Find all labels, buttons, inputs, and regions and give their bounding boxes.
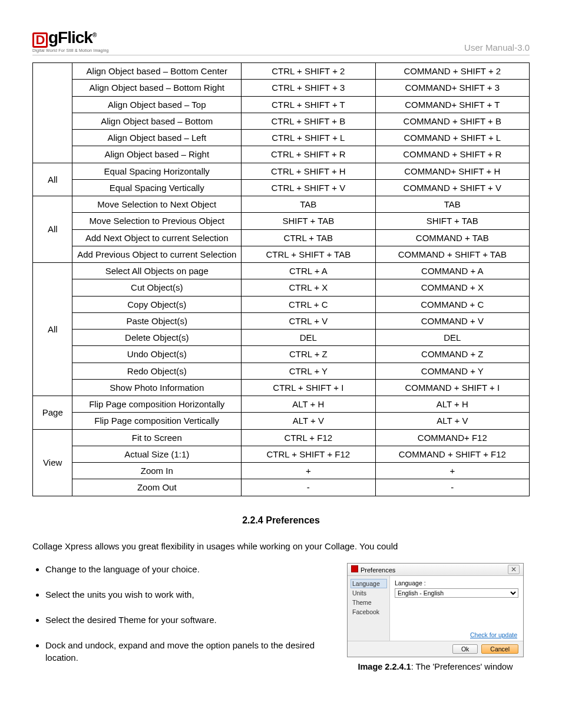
table-row: Align Object based – Bottom RightCTRL + …: [33, 80, 530, 96]
sidebar-item-facebook[interactable]: Facebook: [352, 608, 389, 615]
sidebar-item-theme[interactable]: Theme: [352, 599, 389, 606]
mac-shortcut-cell: COMMAND + SHIFT + TAB: [375, 246, 529, 262]
table-row: Undo Object(s)CTRL + ZCOMMAND + Z: [33, 346, 530, 363]
logo-text: gFlick: [48, 28, 92, 47]
mac-shortcut-cell: COMMAND + SHIFT + 2: [375, 63, 529, 80]
page-header: DgFlick® Digital World For Still & Motio…: [32, 29, 530, 55]
table-row: Move Selection to Previous ObjectSHIFT +…: [33, 213, 530, 229]
mac-shortcut-cell: COMMAND + SHIFT + F12: [375, 446, 529, 462]
windows-shortcut-cell: ALT + H: [242, 396, 376, 413]
mac-shortcut-cell: +: [375, 463, 529, 479]
mac-shortcut-cell: COMMAND + TAB: [375, 229, 529, 246]
table-row: Zoom In++: [33, 463, 530, 479]
ok-button[interactable]: Ok: [452, 644, 478, 654]
manual-version-label: User Manual-3.0: [464, 42, 530, 52]
table-row: AllSelect All Objects on pageCTRL + ACOM…: [33, 263, 530, 279]
action-cell: Redo Object(s): [72, 363, 242, 379]
action-cell: Flip Page composition Vertically: [72, 413, 242, 429]
logo-tagline: Digital World For Still & Motion Imaging: [32, 48, 109, 52]
table-row: Add Previous Object to current Selection…: [33, 246, 530, 262]
list-item: Change to the language of your choice.: [45, 563, 323, 575]
action-cell: Add Previous Object to current Selection: [72, 246, 242, 262]
check-for-update-link[interactable]: Check for update: [470, 631, 517, 638]
action-cell: Cut Object(s): [72, 279, 242, 296]
sidebar-item-language[interactable]: Language: [351, 579, 387, 588]
table-row: Align Object based – BottomCTRL + SHIFT …: [33, 113, 530, 129]
action-cell: Copy Object(s): [72, 296, 242, 312]
table-row: Delete Object(s)DELDEL: [33, 330, 530, 346]
section-intro: Collage Xpress allows you great flexibil…: [32, 541, 530, 551]
window-title: Preferences: [361, 566, 395, 574]
action-cell: Delete Object(s): [72, 330, 242, 346]
windows-shortcut-cell: CTRL + SHIFT + F12: [242, 446, 376, 462]
mac-shortcut-cell: ALT + V: [375, 413, 529, 429]
action-cell: Zoom In: [72, 463, 242, 479]
figure-caption: Image 2.2.4.1: The 'Preferences' window: [341, 662, 530, 671]
mac-shortcut-cell: COMMAND + V: [375, 312, 529, 329]
windows-shortcut-cell: CTRL + Z: [242, 346, 376, 363]
windows-shortcut-cell: CTRL + V: [242, 312, 376, 329]
language-field-label: Language :: [395, 579, 518, 587]
windows-shortcut-cell: +: [242, 463, 376, 479]
group-label: [33, 63, 72, 163]
mac-shortcut-cell: SHIFT + TAB: [375, 213, 529, 229]
mac-shortcut-cell: DEL: [375, 330, 529, 346]
windows-shortcut-cell: CTRL + A: [242, 263, 376, 279]
windows-shortcut-cell: ALT + V: [242, 413, 376, 429]
windows-shortcut-cell: SHIFT + TAB: [242, 213, 376, 229]
mac-shortcut-cell: COMMAND + SHIFT + B: [375, 113, 529, 129]
sidebar-item-units[interactable]: Units: [352, 589, 389, 597]
action-cell: Align Object based – Right: [72, 146, 242, 163]
windows-shortcut-cell: CTRL + SHIFT + 2: [242, 63, 376, 80]
mac-shortcut-cell: COMMAND+ SHIFT + T: [375, 96, 529, 113]
action-cell: Align Object based – Top: [72, 96, 242, 113]
table-row: Paste Object(s)CTRL + VCOMMAND + V: [33, 312, 530, 329]
action-cell: Undo Object(s): [72, 346, 242, 363]
mac-shortcut-cell: COMMAND + SHIFT + I: [375, 379, 529, 396]
table-row: Align Object based – Bottom CenterCTRL +…: [33, 63, 530, 80]
section-heading: 2.2.4 Preferences: [32, 515, 530, 526]
action-cell: Fit to Screen: [72, 429, 242, 446]
action-cell: Move Selection to Previous Object: [72, 213, 242, 229]
table-row: Actual Size (1:1)CTRL + SHIFT + F12COMMA…: [33, 446, 530, 462]
app-icon: [351, 565, 358, 572]
table-row: PageFlip Page composition HorizontallyAL…: [33, 396, 530, 413]
windows-shortcut-cell: CTRL + F12: [242, 429, 376, 446]
windows-shortcut-cell: CTRL + SHIFT + TAB: [242, 246, 376, 262]
close-icon[interactable]: ✕: [508, 565, 520, 574]
windows-shortcut-cell: DEL: [242, 330, 376, 346]
windows-shortcut-cell: CTRL + TAB: [242, 229, 376, 246]
table-row: Zoom Out--: [33, 479, 530, 496]
table-row: Cut Object(s)CTRL + XCOMMAND + X: [33, 279, 530, 296]
mac-shortcut-cell: COMMAND+ SHIFT + H: [375, 163, 529, 179]
language-select[interactable]: English - English: [395, 588, 518, 598]
windows-shortcut-cell: CTRL + X: [242, 279, 376, 296]
action-cell: Align Object based – Bottom Right: [72, 80, 242, 96]
action-cell: Move Selection to Next Object: [72, 196, 242, 213]
mac-shortcut-cell: TAB: [375, 196, 529, 213]
table-row: Add Next Object to current SelectionCTRL…: [33, 229, 530, 246]
mac-shortcut-cell: COMMAND + C: [375, 296, 529, 312]
table-row: Align Object based – TopCTRL + SHIFT + T…: [33, 96, 530, 113]
action-cell: Align Object based – Left: [72, 130, 242, 146]
action-cell: Equal Spacing Vertically: [72, 179, 242, 196]
mac-shortcut-cell: COMMAND+ SHIFT + 3: [375, 80, 529, 96]
action-cell: Show Photo Information: [72, 379, 242, 396]
windows-shortcut-cell: CTRL + SHIFT + T: [242, 96, 376, 113]
group-label: All: [33, 196, 72, 263]
table-row: AllMove Selection to Next ObjectTABTAB: [33, 196, 530, 213]
preferences-window-screenshot: Preferences ✕ Language Units Theme Faceb…: [347, 563, 524, 657]
windows-shortcut-cell: CTRL + SHIFT + 3: [242, 80, 376, 96]
list-item: Select the units you wish to work with,: [45, 588, 323, 601]
logo-mark-icon: D: [32, 32, 48, 48]
group-label: All: [33, 163, 72, 196]
table-row: Align Object based – RightCTRL + SHIFT +…: [33, 146, 530, 163]
windows-shortcut-cell: CTRL + SHIFT + V: [242, 179, 376, 196]
group-label: Page: [33, 396, 72, 430]
action-cell: Select All Objects on page: [72, 263, 242, 279]
table-row: Flip Page composition VerticallyALT + VA…: [33, 413, 530, 429]
action-cell: Align Object based – Bottom Center: [72, 63, 242, 80]
mac-shortcut-cell: COMMAND + SHIFT + V: [375, 179, 529, 196]
cancel-button[interactable]: Cancel: [481, 644, 518, 654]
action-cell: Equal Spacing Horizontally: [72, 163, 242, 179]
